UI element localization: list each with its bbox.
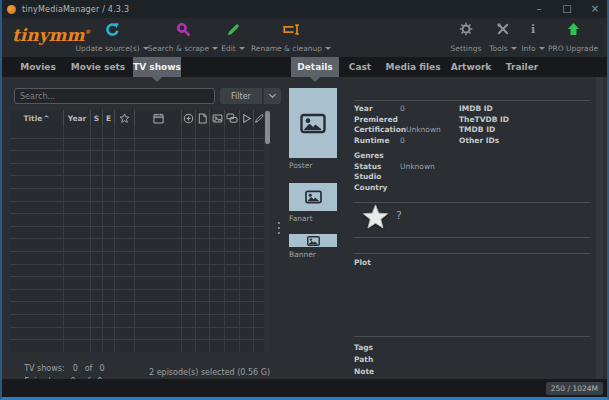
field-year-value: 0 [400, 104, 405, 113]
memory-indicator: 250 / 1024M [546, 382, 603, 395]
date-added-icon [183, 113, 194, 124]
col-aired[interactable] [135, 110, 182, 126]
col-episodes[interactable]: E [103, 110, 115, 126]
path-label: Path [354, 355, 373, 364]
field-status-label: Status [354, 162, 381, 171]
field-certification-label: Certification [354, 125, 406, 134]
images-icon [212, 113, 223, 124]
info-icon: i [531, 21, 535, 37]
refresh-icon [105, 21, 120, 37]
star-icon [362, 204, 389, 230]
filter-button[interactable]: Filter [220, 88, 262, 104]
trailer-play-icon [241, 113, 252, 124]
field-runtime-value: 0 [400, 136, 405, 145]
tab-movies[interactable]: Movies [12, 57, 64, 77]
field-year-label: Year [354, 104, 373, 113]
app-window: tinyMediaManager / 4.3.3 – □ × tinymm® U… [0, 0, 609, 400]
rating-star[interactable] [362, 204, 389, 234]
field-premiered-label: Premiered [354, 115, 398, 124]
status-bar: 250 / 1024M [0, 379, 609, 397]
plot-label: Plot [354, 258, 371, 267]
col-nfo[interactable] [196, 110, 210, 126]
app-icon [7, 5, 16, 14]
field-tmdb-id-label: TMDB ID [459, 125, 495, 134]
tab-trailer[interactable]: Trailer [502, 57, 542, 77]
col-trailer[interactable] [240, 110, 254, 126]
image-placeholder-icon [307, 236, 320, 246]
upgrade-arrow-icon [567, 21, 580, 37]
fanart-label: Fanart [289, 214, 313, 223]
divider [354, 202, 590, 203]
edit-pencil-icon [226, 21, 241, 37]
note-label: Note [354, 367, 374, 376]
rating-unknown: ? [396, 209, 402, 222]
image-placeholder-icon [305, 190, 322, 204]
field-studio-label: Studio [354, 172, 381, 181]
poster-slot[interactable] [289, 88, 337, 158]
divider [354, 100, 590, 101]
field-status-value: Unknown [400, 162, 435, 171]
table-scrollbar-thumb[interactable] [265, 111, 270, 144]
col-subtitles[interactable] [225, 110, 240, 126]
pen-icon [254, 113, 264, 124]
field-imdb-id-label: IMDB ID [459, 104, 493, 113]
minimize-button[interactable]: – [533, 0, 545, 18]
rename-cleanup-button[interactable]: Rename & cleanup [240, 21, 342, 55]
search-scrape-icon [176, 21, 191, 37]
tab-tv-shows[interactable]: TV shows [133, 57, 181, 77]
nfo-icon [197, 113, 208, 124]
divider [354, 237, 590, 238]
field-genres-label: Genres [354, 151, 384, 160]
close-button[interactable]: × [589, 0, 601, 18]
pro-upgrade-button[interactable]: PRO Upgrade [544, 21, 602, 55]
image-placeholder-icon [300, 113, 326, 134]
title-bar: tinyMediaManager / 4.3.3 – □ × [0, 0, 609, 18]
col-seasons[interactable]: S [91, 110, 103, 126]
divider [354, 253, 590, 254]
search-input[interactable] [14, 88, 215, 104]
poster-label: Poster [289, 161, 312, 170]
col-rating[interactable] [115, 110, 135, 126]
tab-cast[interactable]: Cast [344, 57, 376, 77]
banner-label: Banner [289, 250, 316, 259]
toolbar: tinymm® Update source(s) Search & scrape [0, 18, 609, 57]
field-country-label: Country [354, 183, 388, 192]
col-title[interactable]: Title^ [10, 110, 64, 126]
panel-splitter[interactable] [272, 77, 286, 379]
tab-movie-sets[interactable]: Movie sets [68, 57, 128, 77]
divider [354, 336, 590, 337]
tools-icon [496, 21, 510, 37]
col-date-added[interactable] [182, 110, 196, 126]
field-thetvdb-id-label: TheTVDB ID [459, 115, 509, 124]
tab-artwork[interactable]: Artwork [449, 57, 493, 77]
table-scrollbar[interactable] [264, 110, 270, 352]
tab-media-files[interactable]: Media files [384, 57, 442, 77]
details-scrollbar[interactable] [596, 77, 603, 379]
tv-show-table: Title^ Year S E [10, 110, 270, 352]
gear-icon [459, 21, 473, 37]
tab-strip: Movies Movie sets TV shows Details Cast … [0, 57, 609, 77]
maximize-button[interactable]: □ [561, 0, 573, 18]
table-body[interactable] [10, 126, 264, 352]
chevron-down-icon [325, 47, 331, 50]
field-certification-value: Unknown [406, 125, 441, 134]
window-title: tinyMediaManager / 4.3.3 [22, 5, 129, 14]
rename-icon [283, 21, 300, 37]
table-header: Title^ Year S E [10, 110, 264, 126]
tags-label: Tags [354, 343, 373, 352]
col-images[interactable] [210, 110, 225, 126]
selection-status: 2 episode(s) selected (0.56 G) [112, 368, 270, 377]
rating-star-icon [119, 113, 130, 124]
tab-details[interactable]: Details [291, 57, 339, 77]
subtitles-icon [226, 113, 238, 124]
fanart-slot[interactable] [289, 183, 337, 211]
field-other-ids-label: Other IDs [459, 136, 499, 145]
banner-slot[interactable] [289, 234, 337, 247]
col-year[interactable]: Year [64, 110, 91, 126]
col-pen[interactable] [254, 110, 264, 126]
field-runtime-label: Runtime [354, 136, 390, 145]
aired-date-icon [153, 113, 164, 124]
